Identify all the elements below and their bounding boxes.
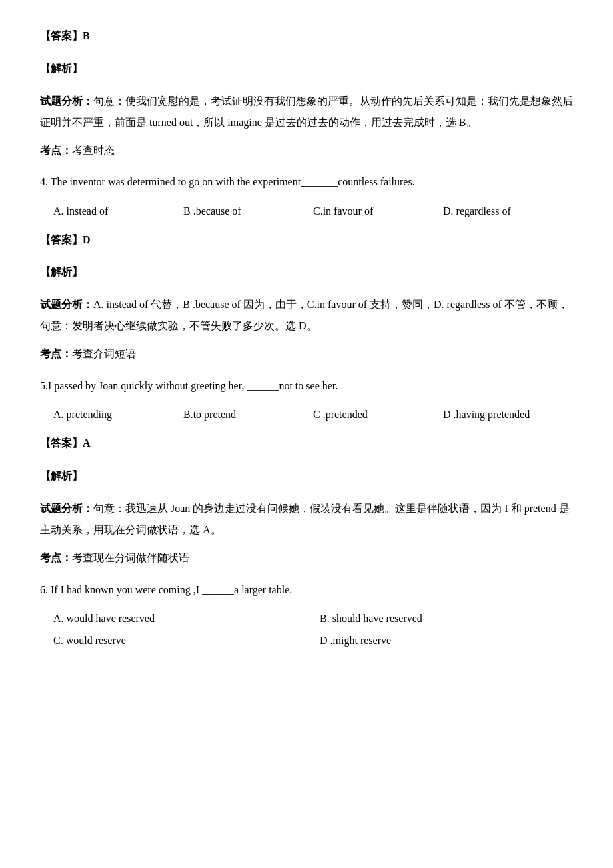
analysis-3-text: 试题分析：句意：使我们宽慰的是，考试证明没有我们想象的严重。从动作的先后关系可知… [40,91,573,133]
option-6-a: A. would have reserved [53,609,306,629]
keypoint-3: 考点：考查时态 [40,141,573,161]
question-6-options: A. would have reserved B. should have re… [40,609,573,651]
question-4-text: 4. The inventor was determined to go on … [40,172,573,192]
analysis-4-text: 试题分析：A. instead of 代替，B .because of 因为，由… [40,294,573,337]
option-4-d: D. regardless of [443,202,573,221]
answer-4-bracket: 【答案】 [40,234,83,245]
option-5-a: A. pretending [53,405,183,425]
answer-5-value: A [83,437,91,449]
analysis-4-header-label: 【解析】 [40,263,573,282]
option-6-c: C. would reserve [53,631,306,651]
answer-3-bracket-open: 【答案】 [40,30,83,41]
answer-4-label: 【答案】D [40,231,573,250]
answer-5-label: 【答案】A [40,434,573,453]
keypoint-5: 考点：考查现在分词做伴随状语 [40,549,573,568]
question-5-section: 5.I passed by Joan quickly without greet… [40,376,573,568]
question-6-section: 6. If I had known you were coming ,I ___… [40,580,573,651]
question-5-text: 5.I passed by Joan quickly without greet… [40,376,573,396]
answer-4-value: D [83,234,91,245]
answer-3-label: 【答案】B [40,27,573,46]
question-4-options: A. instead of B .because of C.in favour … [40,202,573,221]
analysis-5-text: 试题分析：句意：我迅速从 Joan 的身边走过没有问候她，假装没有看见她。这里是… [40,498,573,541]
option-4-c: C.in favour of [313,202,443,221]
option-6-d: D .might reserve [320,631,573,651]
option-4-b: B .because of [183,202,313,221]
option-5-d: D .having pretended [443,405,573,425]
answer-3-value: B [83,30,90,41]
question-6-text: 6. If I had known you were coming ,I ___… [40,580,573,600]
option-5-b: B.to pretend [183,405,313,425]
analysis-5-header-label: 【解析】 [40,467,573,486]
option-4-a: A. instead of [53,202,183,221]
answer-section-3: 【答案】B 【解析】 试题分析：句意：使我们宽慰的是，考试证明没有我们想象的严重… [40,27,573,160]
answer-5-bracket: 【答案】 [40,437,83,449]
analysis-3-header: 【解析】 [40,59,573,79]
question-5-options: A. pretending B.to pretend C .pretended … [40,405,573,425]
option-6-b: B. should have reserved [320,609,573,629]
question-4-section: 4. The inventor was determined to go on … [40,172,573,364]
option-5-c: C .pretended [313,405,443,425]
keypoint-4: 考点：考查介词短语 [40,345,573,364]
